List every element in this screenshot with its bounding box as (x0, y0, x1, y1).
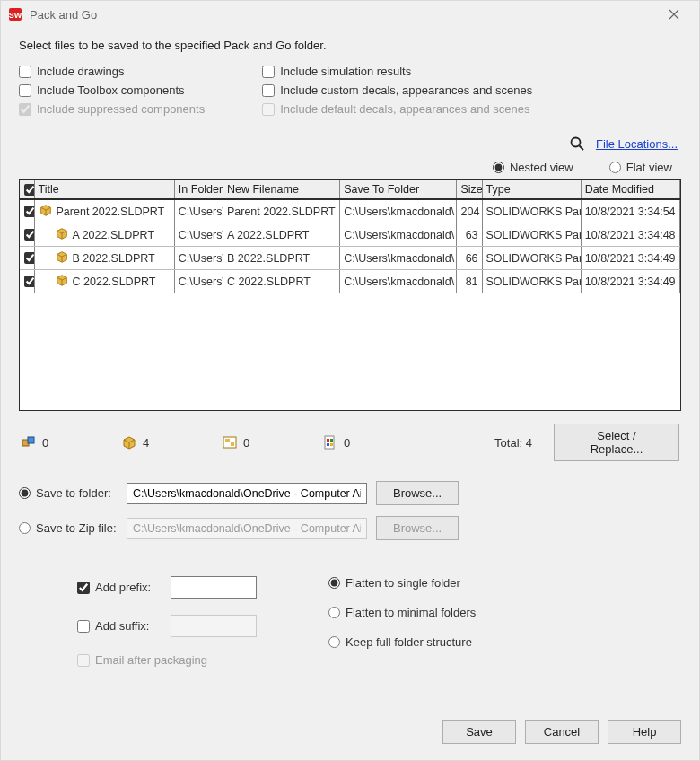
row-title: C 2022.SLDPRT (73, 276, 156, 288)
row-new-filename[interactable]: C 2022.SLDPRT (223, 270, 339, 293)
include-suppressed-checkbox: Include suppressed components (19, 102, 205, 116)
summary-row: 0 4 0 0 Total: 4 Select / Replace... (19, 424, 681, 461)
save-folder-input[interactable] (127, 483, 367, 504)
row-type: SOLIDWORKS Part (482, 223, 581, 247)
include-simulation-checkbox[interactable]: Include simulation results (262, 65, 532, 78)
row-new-filename[interactable]: Parent 2022.SLDPRT (223, 199, 339, 223)
svg-rect-11 (330, 439, 333, 442)
part-icon (55, 273, 69, 290)
save-to-zip-radio[interactable]: Save to Zip file: (19, 521, 118, 535)
row-date: 10/8/2021 3:34:48 (581, 223, 679, 247)
include-toolbox-checkbox[interactable]: Include Toolbox components (19, 83, 205, 97)
svg-rect-12 (327, 443, 329, 446)
titlebar: SW Pack and Go (1, 1, 699, 28)
col-header-date[interactable]: Date Modified (581, 180, 679, 199)
row-new-filename[interactable]: B 2022.SLDPRT (223, 247, 339, 270)
subtitle: Select files to be saved to the specifie… (19, 39, 681, 52)
row-in-folder: C:\Users\ (174, 270, 223, 293)
add-prefix-checkbox[interactable]: Add prefix: (77, 581, 163, 594)
include-options: Include drawings Include Toolbox compone… (19, 65, 681, 116)
row-title: B 2022.SLDPRT (73, 252, 155, 265)
part-icon (55, 226, 69, 243)
col-header-new-filename[interactable]: New Filename (223, 180, 339, 199)
file-locations-link[interactable]: File Locations... (596, 137, 678, 151)
row-type: SOLIDWORKS Part (482, 199, 581, 223)
save-button[interactable]: Save (442, 720, 516, 744)
row-in-folder: C:\Users\ (174, 247, 223, 270)
col-header-title[interactable]: Title (34, 180, 174, 199)
close-icon (669, 9, 679, 20)
row-new-filename[interactable]: A 2022.SLDPRT (223, 223, 339, 247)
row-save-to[interactable]: C:\Users\kmacdonald\ (340, 247, 457, 270)
summary-parts: 4 (121, 434, 211, 450)
svg-rect-9 (325, 436, 334, 449)
close-button[interactable] (656, 1, 692, 28)
row-save-to[interactable]: C:\Users\kmacdonald\ (340, 270, 457, 293)
row-size: 63 (457, 223, 482, 247)
assembly-icon (21, 434, 37, 450)
prefix-input[interactable] (171, 576, 257, 599)
search-icon[interactable] (569, 136, 585, 152)
row-in-folder: C:\Users\ (174, 223, 223, 247)
row-date: 10/8/2021 3:34:54 (581, 199, 679, 223)
select-replace-button[interactable]: Select / Replace... (554, 424, 679, 461)
row-size: 66 (457, 247, 482, 270)
flat-view-radio[interactable]: Flat view (609, 161, 672, 174)
row-size: 81 (457, 270, 482, 293)
drawing-icon (222, 434, 238, 450)
file-table: Title In Folder New Filename Save To Fol… (19, 179, 681, 411)
browse-folder-button[interactable]: Browse... (376, 481, 459, 505)
save-to-folder-radio[interactable]: Save to folder: (19, 486, 118, 500)
footer-buttons: Save Cancel Help (442, 720, 681, 744)
table-row[interactable]: B 2022.SLDPRTC:\Users\B 2022.SLDPRTC:\Us… (20, 247, 680, 270)
row-save-to[interactable]: C:\Users\kmacdonald\ (340, 223, 457, 247)
col-header-in-folder[interactable]: In Folder (174, 180, 223, 199)
svg-rect-5 (28, 437, 34, 443)
summary-total: Total: 4 (494, 436, 532, 450)
select-all-checkbox[interactable] (24, 184, 34, 196)
row-size: 204 (457, 199, 482, 223)
summary-assemblies: 0 (21, 434, 110, 450)
include-default-decals-checkbox: Include default decals, appearances and … (262, 102, 532, 116)
table-row[interactable]: Parent 2022.SLDPRTC:\Users\Parent 2022.S… (20, 199, 680, 223)
table-row[interactable]: C 2022.SLDPRTC:\Users\C 2022.SLDPRTC:\Us… (20, 270, 680, 293)
row-checkbox[interactable] (24, 229, 34, 241)
row-date: 10/8/2021 3:34:49 (581, 247, 679, 270)
pack-and-go-window: SW Pack and Go Select files to be saved … (0, 0, 700, 761)
part-icon (55, 249, 69, 267)
window-title: Pack and Go (30, 8, 97, 22)
svg-rect-13 (330, 443, 333, 446)
row-checkbox[interactable] (24, 276, 34, 287)
keep-full-radio[interactable]: Keep full folder structure (328, 635, 476, 649)
browse-zip-button: Browse... (376, 516, 459, 540)
cancel-button[interactable]: Cancel (525, 720, 599, 744)
include-custom-decals-checkbox[interactable]: Include custom decals, appearances and s… (262, 83, 532, 97)
flatten-single-radio[interactable]: Flatten to single folder (328, 576, 476, 590)
row-type: SOLIDWORKS Part (482, 247, 581, 270)
add-suffix-checkbox[interactable]: Add suffix: (77, 619, 163, 633)
svg-text:SW: SW (9, 11, 22, 20)
include-drawings-checkbox[interactable]: Include drawings (19, 65, 205, 78)
nested-view-radio[interactable]: Nested view (493, 161, 573, 174)
svg-line-3 (579, 146, 583, 151)
row-in-folder: C:\Users\ (174, 199, 223, 223)
svg-rect-10 (327, 439, 329, 442)
flatten-minimal-radio[interactable]: Flatten to minimal folders (328, 606, 476, 619)
row-type: SOLIDWORKS Part (482, 270, 581, 293)
col-header-save-to[interactable]: Save To Folder (340, 180, 457, 199)
help-button[interactable]: Help (608, 720, 681, 744)
row-save-to[interactable]: C:\Users\kmacdonald\ (340, 199, 457, 223)
table-row[interactable]: A 2022.SLDPRTC:\Users\A 2022.SLDPRTC:\Us… (20, 223, 680, 247)
col-header-size[interactable]: Size (457, 180, 482, 199)
svg-rect-8 (231, 442, 234, 446)
summary-drawings: 0 (222, 434, 311, 450)
part-icon (121, 434, 137, 450)
row-title: Parent 2022.SLDPRT (57, 206, 165, 218)
suffix-input (171, 615, 257, 637)
col-header-type[interactable]: Type (482, 180, 581, 199)
row-date: 10/8/2021 3:34:49 (581, 270, 679, 293)
svg-point-2 (571, 138, 580, 147)
row-checkbox[interactable] (24, 206, 34, 217)
row-checkbox[interactable] (24, 252, 34, 264)
summary-other: 0 (322, 434, 412, 450)
